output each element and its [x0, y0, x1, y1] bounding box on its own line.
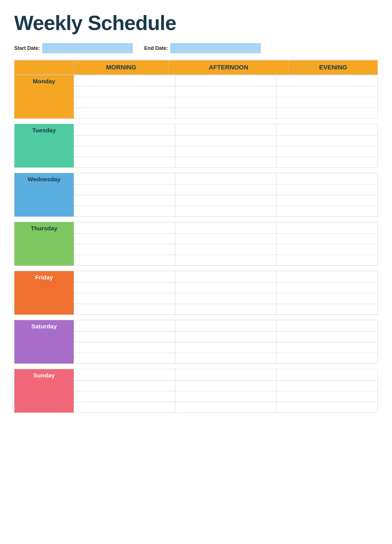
tuesday-afternoon-4[interactable]: [175, 157, 276, 168]
saturday-morning-1[interactable]: [74, 320, 175, 332]
thursday-evening-4[interactable]: [276, 255, 378, 266]
date-row: Start Date: End Date:: [14, 43, 378, 53]
wednesday-afternoon-3[interactable]: [175, 195, 276, 206]
monday-label: Monday: [14, 75, 74, 119]
tuesday-morning-2[interactable]: [74, 135, 175, 146]
friday-evening-2[interactable]: [276, 282, 378, 293]
friday-afternoon-4[interactable]: [175, 304, 276, 315]
friday-morning-3[interactable]: [74, 293, 175, 304]
sunday-morning-3[interactable]: [74, 391, 175, 402]
sunday-afternoon-4[interactable]: [175, 402, 276, 413]
header-col-afternoon: AFTERNOON: [169, 60, 289, 75]
tuesday-afternoon-3[interactable]: [175, 146, 276, 157]
monday-block: Monday: [14, 75, 378, 119]
saturday-block: Saturday: [14, 320, 378, 364]
monday-afternoon-2[interactable]: [175, 86, 276, 97]
sunday-evening-2[interactable]: [276, 381, 378, 391]
friday-morning-2[interactable]: [74, 282, 175, 293]
tuesday-morning-4[interactable]: [74, 157, 175, 168]
saturday-morning-2[interactable]: [74, 332, 175, 342]
tuesday-afternoon-2[interactable]: [175, 135, 276, 146]
thursday-morning-1[interactable]: [74, 222, 175, 233]
thursday-block: Thursday: [14, 222, 378, 266]
monday-morning-3[interactable]: [74, 97, 175, 108]
monday-afternoon-1[interactable]: [175, 75, 276, 86]
tuesday-morning-3[interactable]: [74, 146, 175, 157]
wednesday-morning-3[interactable]: [74, 195, 175, 206]
saturday-afternoon-1[interactable]: [175, 320, 276, 332]
sunday-evening-1[interactable]: [276, 369, 378, 381]
thursday-evening-1[interactable]: [276, 222, 378, 233]
saturday-afternoon-3[interactable]: [175, 342, 276, 353]
schedule-header: MORNING AFTERNOON EVENING: [14, 60, 378, 75]
sunday-evening-4[interactable]: [276, 402, 378, 413]
saturday-evening-2[interactable]: [276, 332, 378, 342]
monday-evening-1[interactable]: [276, 75, 378, 86]
wednesday-evening-3[interactable]: [276, 195, 378, 206]
sunday-evening-3[interactable]: [276, 391, 378, 402]
sunday-morning-2[interactable]: [74, 381, 175, 391]
friday-evening-4[interactable]: [276, 304, 378, 315]
monday-morning-4[interactable]: [74, 108, 175, 119]
thursday-afternoon-4[interactable]: [175, 255, 276, 266]
saturday-afternoon-4[interactable]: [175, 353, 276, 364]
end-date-input[interactable]: [170, 43, 261, 53]
thursday-morning-2[interactable]: [74, 233, 175, 244]
friday-label: Friday: [14, 271, 74, 315]
saturday-evening-4[interactable]: [276, 353, 378, 364]
wednesday-afternoon-2[interactable]: [175, 184, 276, 195]
friday-evening-3[interactable]: [276, 293, 378, 304]
monday-evening-4[interactable]: [276, 108, 378, 119]
wednesday-evening-2[interactable]: [276, 184, 378, 195]
friday-morning-4[interactable]: [74, 304, 175, 315]
tuesday-evening-4[interactable]: [276, 157, 378, 168]
friday-afternoon-1[interactable]: [175, 271, 276, 282]
wednesday-afternoon-1[interactable]: [175, 173, 276, 184]
monday-morning-2[interactable]: [74, 86, 175, 97]
saturday-morning-4[interactable]: [74, 353, 175, 364]
monday-evening-3[interactable]: [276, 97, 378, 108]
sunday-morning-4[interactable]: [74, 402, 175, 413]
tuesday-afternoon-1[interactable]: [175, 124, 276, 135]
sunday-afternoon-3[interactable]: [175, 391, 276, 402]
sunday-afternoon-1[interactable]: [175, 369, 276, 381]
friday-morning-1[interactable]: [74, 271, 175, 282]
friday-afternoon-2[interactable]: [175, 282, 276, 293]
thursday-evening-3[interactable]: [276, 244, 378, 255]
tuesday-morning-1[interactable]: [74, 124, 175, 135]
wednesday-evening-1[interactable]: [276, 173, 378, 184]
tuesday-evening-3[interactable]: [276, 146, 378, 157]
wednesday-evening-4[interactable]: [276, 206, 378, 217]
wednesday-afternoon-4[interactable]: [175, 206, 276, 217]
monday-evening-2[interactable]: [276, 86, 378, 97]
saturday-morning-3[interactable]: [74, 342, 175, 353]
header-col-day: [14, 60, 74, 75]
tuesday-evening-1[interactable]: [276, 124, 378, 135]
sunday-block: Sunday: [14, 369, 378, 413]
end-date-label: End Date:: [144, 45, 168, 51]
friday-evening-1[interactable]: [276, 271, 378, 282]
monday-afternoon-3[interactable]: [175, 97, 276, 108]
monday-afternoon-4[interactable]: [175, 108, 276, 119]
wednesday-morning-4[interactable]: [74, 206, 175, 217]
monday-morning-1[interactable]: [74, 75, 175, 86]
sunday-morning-1[interactable]: [74, 369, 175, 381]
thursday-morning-3[interactable]: [74, 244, 175, 255]
thursday-evening-2[interactable]: [276, 233, 378, 244]
thursday-afternoon-2[interactable]: [175, 233, 276, 244]
header-col-morning: MORNING: [74, 60, 169, 75]
wednesday-morning-2[interactable]: [74, 184, 175, 195]
sunday-afternoon-2[interactable]: [175, 381, 276, 391]
start-date-input[interactable]: [42, 43, 133, 53]
saturday-evening-1[interactable]: [276, 320, 378, 332]
tuesday-evening-2[interactable]: [276, 135, 378, 146]
thursday-afternoon-3[interactable]: [175, 244, 276, 255]
start-date-label: Start Date:: [14, 45, 40, 51]
tuesday-label: Tuesday: [14, 124, 74, 168]
friday-afternoon-3[interactable]: [175, 293, 276, 304]
saturday-afternoon-2[interactable]: [175, 332, 276, 342]
thursday-morning-4[interactable]: [74, 255, 175, 266]
saturday-evening-3[interactable]: [276, 342, 378, 353]
wednesday-morning-1[interactable]: [74, 173, 175, 184]
thursday-afternoon-1[interactable]: [175, 222, 276, 233]
